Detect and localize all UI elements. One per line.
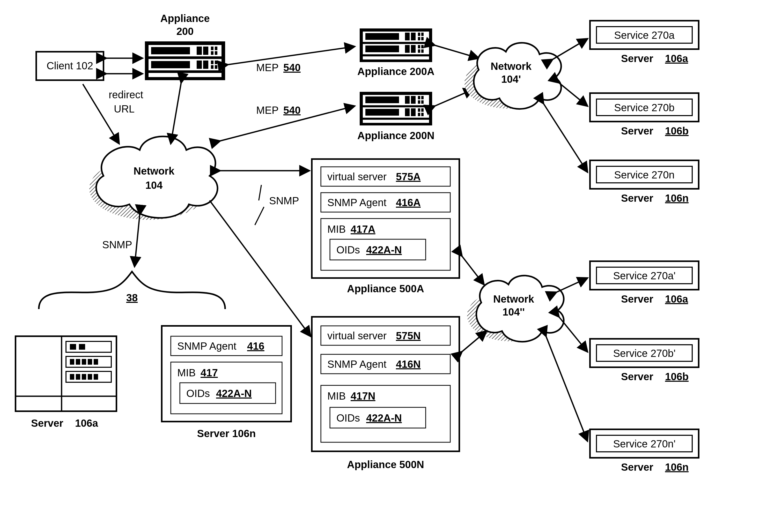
svg-rect-68 xyxy=(363,120,429,123)
svg-rect-35 xyxy=(365,33,399,40)
svg-text:OIDs: OIDs xyxy=(336,412,360,423)
svg-rect-54 xyxy=(365,97,399,103)
svg-text:MIB: MIB xyxy=(177,367,196,378)
svg-text:OIDs: OIDs xyxy=(186,388,210,399)
svg-text:SNMP: SNMP xyxy=(269,195,299,206)
network-104-cloud: Network 104 xyxy=(89,137,217,220)
svg-text:106a: 106a xyxy=(665,293,688,305)
svg-text:200: 200 xyxy=(176,25,194,37)
svg-rect-151 xyxy=(70,344,76,350)
svg-rect-57 xyxy=(411,96,415,104)
diagram-root: Client 102 Appliance 200 redirect URL Ne… xyxy=(0,0,760,532)
svg-line-88 xyxy=(552,39,588,60)
svg-text:redirect: redirect xyxy=(109,89,143,100)
client-box: Client 102 xyxy=(36,52,104,80)
svg-text:104'': 104'' xyxy=(502,306,525,318)
svg-rect-19 xyxy=(215,61,217,64)
service-270a-2: Service 270a' Server 106a xyxy=(590,261,699,305)
svg-text:MEP: MEP xyxy=(256,62,279,73)
svg-rect-161 xyxy=(76,374,80,380)
svg-rect-22 xyxy=(149,73,221,77)
appliance-200a xyxy=(360,28,432,62)
svg-text:Service 270a': Service 270a' xyxy=(613,270,675,282)
svg-line-91 xyxy=(259,185,261,200)
svg-line-143 xyxy=(559,317,588,352)
svg-text:Server: Server xyxy=(621,193,653,204)
svg-text:38: 38 xyxy=(126,292,138,303)
network-104p-cloud: Network 104' xyxy=(464,43,561,109)
service-270b: Service 270b Server 106b xyxy=(590,93,699,137)
svg-rect-40 xyxy=(421,32,424,36)
svg-text:URL: URL xyxy=(114,103,135,114)
svg-rect-20 xyxy=(211,65,214,69)
arrow-net-500n xyxy=(210,200,310,336)
svg-text:SNMP: SNMP xyxy=(102,239,132,250)
svg-text:540: 540 xyxy=(283,105,301,116)
arrow-snmp-down xyxy=(135,215,140,266)
svg-line-89 xyxy=(559,83,588,106)
svg-text:Server: Server xyxy=(621,53,653,64)
svg-line-142 xyxy=(556,278,588,292)
service-270a: Service 270a Server 106a xyxy=(590,21,699,64)
svg-rect-61 xyxy=(421,100,424,104)
svg-rect-49 xyxy=(363,56,429,60)
svg-rect-63 xyxy=(411,109,415,116)
svg-rect-64 xyxy=(418,109,420,112)
svg-text:416A: 416A xyxy=(396,197,421,208)
svg-text:106n: 106n xyxy=(665,193,689,204)
svg-rect-10 xyxy=(197,47,202,55)
svg-rect-156 xyxy=(82,359,86,365)
svg-text:SNMP Agent: SNMP Agent xyxy=(327,197,386,208)
appliance-200: Appliance 200 xyxy=(145,13,225,80)
svg-rect-18 xyxy=(211,61,214,64)
svg-rect-160 xyxy=(70,374,74,380)
svg-text:Service 270b: Service 270b xyxy=(614,102,674,113)
svg-rect-16 xyxy=(197,61,202,69)
svg-rect-157 xyxy=(88,359,92,365)
svg-text:Service 270a: Service 270a xyxy=(614,29,675,41)
svg-text:Service 270n': Service 270n' xyxy=(613,438,675,450)
svg-rect-58 xyxy=(418,96,420,99)
svg-text:MIB: MIB xyxy=(327,390,346,402)
svg-rect-43 xyxy=(405,45,410,53)
svg-rect-11 xyxy=(203,47,208,55)
appliance-500a-box: virtual server 575A SNMP Agent 416A MIB … xyxy=(312,159,459,278)
svg-rect-48 xyxy=(421,49,424,53)
svg-rect-13 xyxy=(215,47,217,50)
service-270n: Service 270n Server 106n xyxy=(590,160,699,204)
svg-rect-158 xyxy=(94,359,98,365)
svg-text:Server: Server xyxy=(621,125,653,137)
svg-rect-45 xyxy=(418,45,420,48)
svg-text:416N: 416N xyxy=(396,358,421,370)
svg-text:Server: Server xyxy=(621,462,653,473)
svg-rect-15 xyxy=(215,51,217,55)
svg-rect-8 xyxy=(151,47,190,54)
svg-rect-164 xyxy=(94,374,98,380)
svg-text:Service 270b': Service 270b' xyxy=(613,348,675,359)
svg-rect-154 xyxy=(70,359,74,365)
svg-rect-59 xyxy=(421,96,424,99)
svg-text:Service 270n: Service 270n xyxy=(614,169,674,181)
brace-shape: 38 xyxy=(39,272,225,309)
svg-rect-152 xyxy=(79,344,85,350)
svg-rect-155 xyxy=(76,359,80,365)
svg-rect-44 xyxy=(411,45,415,53)
svg-text:422A-N: 422A-N xyxy=(216,388,252,399)
svg-rect-65 xyxy=(421,109,424,112)
svg-rect-38 xyxy=(411,32,415,40)
svg-text:104': 104' xyxy=(501,73,521,85)
svg-rect-37 xyxy=(405,32,410,40)
svg-rect-21 xyxy=(215,65,217,69)
svg-text:SNMP Agent: SNMP Agent xyxy=(177,340,236,352)
svg-rect-42 xyxy=(421,37,424,40)
svg-rect-17 xyxy=(203,61,208,69)
svg-rect-39 xyxy=(418,32,420,36)
svg-text:104: 104 xyxy=(145,180,163,191)
svg-text:Network: Network xyxy=(133,165,175,177)
svg-rect-60 xyxy=(418,100,420,104)
svg-text:422A-N: 422A-N xyxy=(366,412,402,423)
svg-line-144 xyxy=(546,336,588,441)
svg-rect-162 xyxy=(82,374,86,380)
svg-text:417A: 417A xyxy=(351,223,375,235)
svg-text:422A-N: 422A-N xyxy=(366,244,402,255)
